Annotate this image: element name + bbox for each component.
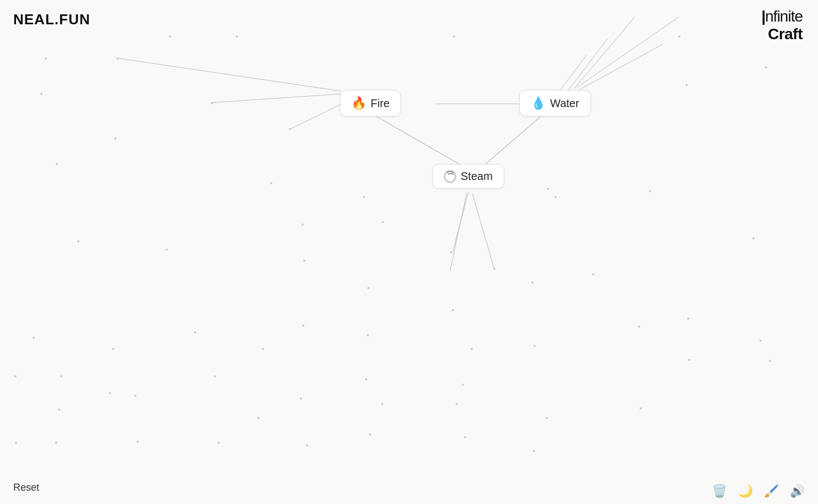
background-dot xyxy=(56,163,58,165)
svg-line-16 xyxy=(580,44,663,89)
background-dot xyxy=(306,444,308,447)
background-dot xyxy=(134,395,136,397)
fire-element[interactable]: 🔥 Fire xyxy=(340,90,401,116)
background-dot xyxy=(555,196,557,198)
background-dot xyxy=(211,102,213,104)
sound-icon[interactable]: 🔊 xyxy=(790,484,805,498)
connection-lines xyxy=(0,0,818,504)
svg-line-15 xyxy=(577,17,679,87)
background-dot xyxy=(112,348,114,350)
fire-emoji: 🔥 xyxy=(351,96,366,110)
svg-line-4 xyxy=(472,193,494,269)
fire-label: Fire xyxy=(371,97,389,110)
background-dot xyxy=(136,441,139,443)
background-dot xyxy=(109,392,111,394)
dark-mode-icon[interactable]: 🌙 xyxy=(738,484,753,498)
background-dot xyxy=(218,442,220,444)
svg-line-1 xyxy=(376,116,467,168)
footer-icons: 🗑️ 🌙 🖌️ 🔊 xyxy=(712,484,805,498)
infinite-craft-logo: |nfinite Craft xyxy=(761,8,803,43)
background-dot xyxy=(752,237,754,240)
background-dot xyxy=(592,273,594,275)
background-dot xyxy=(300,397,302,400)
steam-label: Steam xyxy=(461,170,493,183)
background-dot xyxy=(363,196,365,198)
background-dot xyxy=(77,240,80,242)
svg-line-8 xyxy=(116,58,341,91)
background-dot xyxy=(303,259,305,262)
svg-line-12 xyxy=(561,55,587,89)
background-dot xyxy=(765,66,767,68)
background-dot xyxy=(40,93,43,95)
background-dot xyxy=(688,359,690,361)
background-dot xyxy=(678,35,680,38)
background-dot xyxy=(166,248,168,251)
background-dot xyxy=(456,403,458,405)
background-dot xyxy=(367,287,370,289)
background-dot xyxy=(369,433,371,436)
steam-icon xyxy=(444,171,456,183)
background-dot xyxy=(289,128,291,130)
background-dot xyxy=(262,348,264,350)
reset-button[interactable]: Reset xyxy=(13,482,39,494)
background-dot xyxy=(450,251,452,253)
background-dot xyxy=(117,57,119,60)
background-dot xyxy=(547,188,549,190)
background-dot xyxy=(759,339,762,342)
background-dot xyxy=(493,268,495,270)
background-dot xyxy=(462,384,464,386)
svg-line-3 xyxy=(453,192,468,251)
background-dot xyxy=(367,334,369,336)
infinite-text: nfinite xyxy=(765,8,803,25)
background-dot xyxy=(33,337,35,339)
trash-icon[interactable]: 🗑️ xyxy=(712,484,727,498)
footer: Reset 🗑️ 🌙 🖌️ 🔊 xyxy=(0,471,818,504)
background-dot xyxy=(365,378,367,380)
svg-line-14 xyxy=(574,17,635,88)
background-dot xyxy=(270,182,272,184)
background-dot xyxy=(15,442,17,444)
svg-line-2 xyxy=(481,116,541,168)
background-dot xyxy=(14,375,17,378)
background-dot xyxy=(464,436,466,438)
background-dot xyxy=(60,375,62,378)
background-dot xyxy=(382,221,384,223)
background-dot xyxy=(533,450,535,452)
background-dot xyxy=(685,84,688,86)
background-dot xyxy=(452,309,454,311)
background-dot xyxy=(114,137,117,140)
background-dot xyxy=(55,442,57,444)
background-dot xyxy=(687,317,689,320)
background-dot xyxy=(58,408,60,411)
background-dot xyxy=(640,407,642,410)
background-dot xyxy=(649,190,651,192)
craft-text: Craft xyxy=(761,25,803,43)
water-element[interactable]: 💧 Water xyxy=(519,90,591,116)
background-dot xyxy=(546,417,548,419)
background-dot xyxy=(769,360,771,362)
background-dot xyxy=(257,417,260,419)
background-dot xyxy=(169,35,171,38)
background-dot xyxy=(45,57,47,60)
background-dot xyxy=(302,224,304,226)
brush-icon[interactable]: 🖌️ xyxy=(764,484,779,498)
background-dot xyxy=(236,35,238,38)
background-dot xyxy=(531,282,534,284)
svg-line-13 xyxy=(569,39,608,89)
background-dot xyxy=(381,403,383,405)
svg-line-7 xyxy=(211,94,342,103)
background-dot xyxy=(453,35,455,38)
background-dot xyxy=(214,375,216,378)
svg-line-5 xyxy=(450,193,467,270)
water-label: Water xyxy=(550,97,579,110)
background-dot xyxy=(194,331,196,333)
steam-element[interactable]: Steam xyxy=(432,164,504,189)
background-dot xyxy=(302,325,304,327)
background-dot xyxy=(471,348,473,350)
background-dot xyxy=(638,326,640,328)
water-emoji: 💧 xyxy=(531,96,546,110)
neal-logo: NEAL.FUN xyxy=(13,11,90,28)
background-dot xyxy=(534,345,536,347)
